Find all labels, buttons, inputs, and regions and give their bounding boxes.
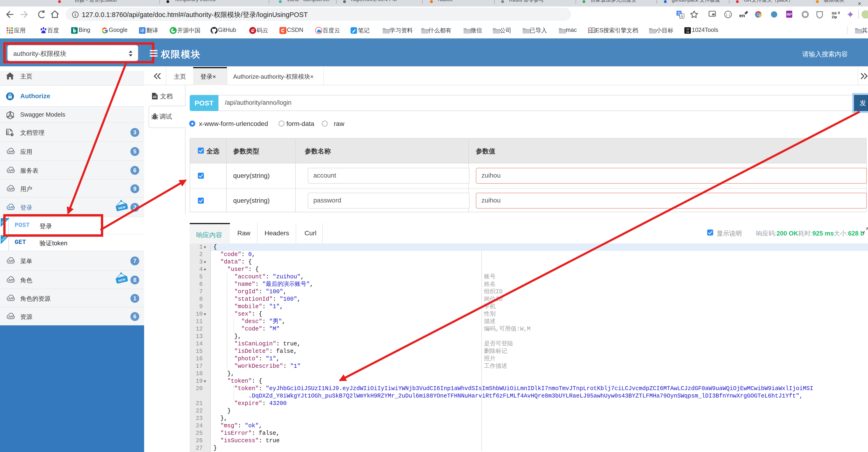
svg-text:M: M [589,29,591,32]
svg-text:API: API [8,315,13,318]
svg-text:API: API [8,206,13,209]
svg-text:API: API [8,259,13,263]
svg-text:RP: RP [787,12,792,17]
svg-text:19: 19 [592,29,595,32]
svg-text:Zip: Zip [832,15,837,19]
svg-text:API: API [8,169,13,172]
svg-text:API: API [8,297,13,300]
svg-text:en: en [739,13,745,18]
svg-text:24: 24 [686,31,689,33]
svg-text:API: API [8,278,13,282]
svg-text:10: 10 [686,28,689,31]
svg-text:API: API [8,187,13,191]
svg-text:Git: Git [832,11,837,15]
svg-text:(..): (..) [726,12,730,17]
svg-text:API: API [8,150,13,153]
svg-text:译: 译 [140,28,145,33]
